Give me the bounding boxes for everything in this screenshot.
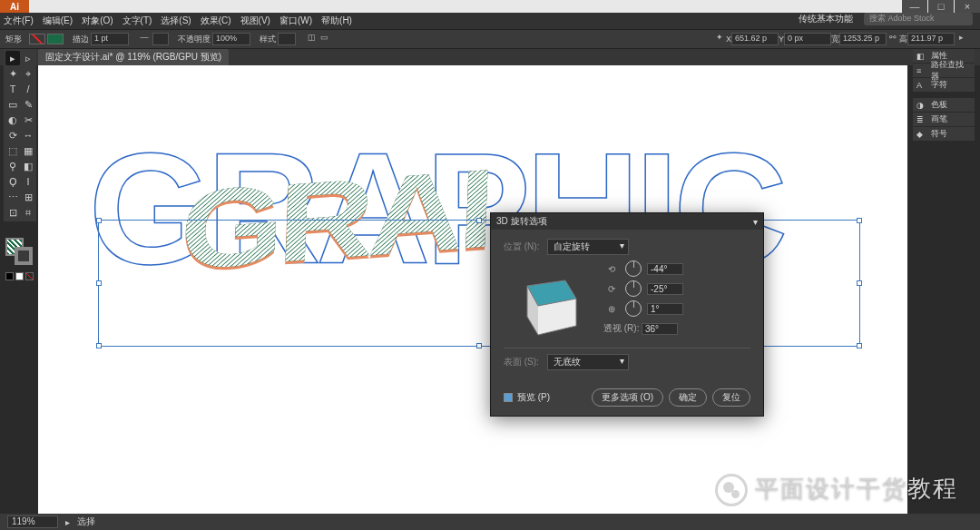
more-options-button[interactable]: 更多选项 (O)	[592, 388, 663, 407]
selection-tool[interactable]: ▸	[5, 51, 20, 65]
character-icon: A	[916, 81, 927, 90]
menu-help[interactable]: 帮助(H)	[321, 15, 352, 27]
zoom-field[interactable]: 119%	[7, 515, 58, 528]
perspective-input[interactable]: 36°	[642, 323, 678, 335]
surface-dropdown[interactable]: 无底纹	[547, 354, 629, 370]
stroke-weight-field[interactable]: 1 pt	[91, 33, 129, 45]
surface-label: 表面 (S):	[504, 356, 547, 368]
color-chip[interactable]	[15, 272, 24, 280]
axis-x-input[interactable]: -44°	[647, 263, 683, 275]
stroke-label: 描边	[73, 34, 89, 45]
scissors-tool[interactable]: ✂	[21, 113, 35, 127]
workspace-switcher[interactable]: 传统基本功能	[799, 13, 853, 25]
artboard-tool[interactable]: ⊞	[21, 190, 35, 204]
ok-button[interactable]: 确定	[669, 388, 707, 407]
axis-y-knob[interactable]	[625, 280, 642, 297]
lasso-tool[interactable]: ⌖	[21, 66, 35, 81]
link-wh-icon[interactable]: ⚯	[887, 33, 899, 45]
transform-icon[interactable]: ✦	[713, 33, 726, 45]
shape-builder-tool[interactable]: ◐	[5, 113, 20, 127]
axis-x-knob[interactable]	[625, 260, 642, 277]
hand-tool[interactable]: ⌗	[21, 205, 35, 220]
search-input[interactable]: 搜索 Adobe Stock	[864, 13, 973, 25]
w-field[interactable]: 1253.25 p	[839, 33, 887, 45]
status-bar: 119% ▸ 选择	[0, 514, 980, 530]
direct-selection-tool[interactable]: ▹	[21, 51, 35, 65]
menu-select[interactable]: 选择(S)	[161, 15, 191, 27]
opacity-field[interactable]: 100%	[212, 33, 250, 45]
panel-swatches[interactable]: ◑色板	[913, 98, 975, 113]
panel-label: 字符	[931, 79, 947, 91]
fill-stroke-control[interactable]	[5, 238, 34, 274]
width-tool[interactable]: ⬚	[5, 143, 20, 158]
perspective-label: 透视 (R):	[603, 322, 642, 335]
menu-edit[interactable]: 编辑(E)	[43, 15, 73, 27]
panel-symbols[interactable]: ◆符号	[913, 127, 975, 142]
reset-button[interactable]: 复位	[712, 388, 750, 407]
type-tool[interactable]: T	[5, 82, 20, 96]
preview-checkbox[interactable]	[504, 393, 513, 402]
status-nav[interactable]: ▸	[65, 517, 70, 527]
h-field[interactable]: 211.97 p	[907, 33, 955, 45]
vsp-dd[interactable]	[152, 33, 169, 45]
rotate-tool[interactable]: ⟳	[5, 128, 20, 142]
y-field[interactable]: 0 px	[784, 33, 831, 45]
cube-preview[interactable]	[504, 260, 591, 342]
gradient-tool[interactable]: ◧	[21, 159, 35, 173]
menu-window[interactable]: 窗口(W)	[279, 15, 312, 27]
align-icon[interactable]: ◫	[305, 33, 318, 45]
menu-view[interactable]: 视图(V)	[240, 15, 270, 27]
style-field[interactable]	[278, 33, 296, 45]
brushes-icon: ≣	[916, 115, 927, 124]
position-dropdown[interactable]: 自定旋转	[547, 239, 629, 255]
axis-z-knob[interactable]	[625, 300, 642, 317]
preview-checkbox-label[interactable]: 预览 (P)	[517, 391, 550, 404]
swatches-icon: ◑	[916, 101, 927, 110]
more-icon[interactable]: ▸	[955, 33, 967, 45]
dialog-3d-rotate: 3D 旋转选项 ▾ 位置 (N): 自定旋转 ⟲-44° ⟳-25° ⊕1° 透…	[490, 212, 764, 417]
paint-brush-tool[interactable]: ✎	[21, 97, 35, 112]
none-chip[interactable]	[25, 272, 34, 280]
right-panel-stack: ◧属性 ≡路径查找器 A字符 ◑色板 ≣画笔 ◆符号	[913, 49, 975, 142]
doc-tab[interactable]: 固定文字设计.ai* @ 119% (RGB/GPU 预览)	[38, 49, 229, 65]
pathfinder-icon: ≡	[916, 66, 927, 75]
stroke-chip[interactable]	[15, 247, 33, 265]
panel-pathfinder[interactable]: ≡路径查找器	[913, 64, 975, 78]
color-chip[interactable]	[5, 272, 14, 280]
axis-y-input[interactable]: -25°	[647, 283, 683, 295]
opacity-label: 不透明度	[178, 34, 211, 45]
minimize-button[interactable]: —	[902, 0, 927, 13]
document-tabs: 固定文字设计.ai* @ 119% (RGB/GPU 预览)	[0, 49, 980, 65]
close-button[interactable]: ×	[955, 0, 980, 13]
blend-tool[interactable]: Ϙ	[5, 174, 20, 189]
symbol-sprayer-tool[interactable]: I	[21, 174, 35, 189]
menu-object[interactable]: 对象(O)	[82, 15, 113, 27]
menu-type[interactable]: 文字(T)	[122, 15, 152, 27]
control-bar: 矩形 描边 1 pt — 不透明度 100% 样式 ◫▭ ✦ X651.62 p…	[0, 29, 980, 49]
dialog-menu-icon[interactable]: ▾	[753, 217, 758, 227]
x-field[interactable]: 651.62 p	[731, 33, 779, 45]
selection-kind-label: 矩形	[5, 34, 22, 45]
axis-x-icon: ⟲	[603, 264, 620, 274]
panel-brushes[interactable]: ≣画笔	[913, 113, 975, 127]
eyedropper-tool[interactable]: ⚲	[5, 159, 20, 173]
vsp-icon[interactable]: —	[138, 33, 151, 45]
tool-panel: ▸ ▹ ✦ ⌖ T / ▭ ✎ ◐ ✂ ⟳ ↔ ⬚ ▦ ⚲ ◧ Ϙ I ⋯ ⊞ …	[4, 49, 36, 221]
menu-effect[interactable]: 效果(C)	[201, 15, 231, 27]
slice-tool[interactable]: ⊡	[5, 205, 20, 220]
maximize-button[interactable]: □	[928, 0, 954, 13]
magic-wand-tool[interactable]: ✦	[5, 66, 20, 81]
menu-file[interactable]: 文件(F)	[4, 15, 34, 27]
align2-icon[interactable]: ▭	[318, 33, 330, 45]
h-label: 高	[899, 34, 907, 45]
column-graph-tool[interactable]: ⋯	[5, 190, 20, 204]
properties-icon: ◧	[916, 52, 927, 61]
rectangle-tool[interactable]: ▭	[5, 97, 20, 112]
wechat-icon	[715, 474, 748, 506]
scale-tool[interactable]: ↔	[21, 128, 35, 142]
axis-z-input[interactable]: 1°	[647, 303, 683, 315]
fill-swatch[interactable]	[29, 34, 45, 44]
line-tool[interactable]: /	[21, 82, 35, 96]
free-transform-tool[interactable]: ▦	[21, 143, 35, 158]
stroke-swatch[interactable]	[47, 34, 64, 44]
